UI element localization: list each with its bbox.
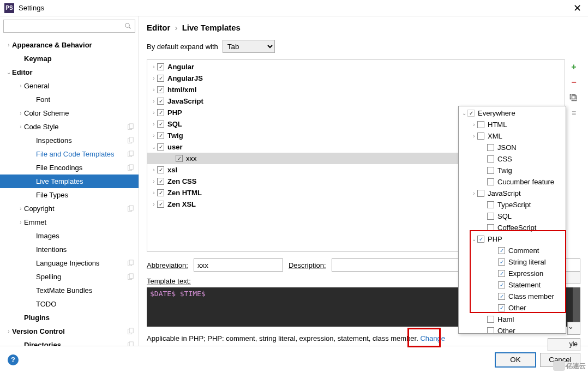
context-twig[interactable]: Twig (459, 165, 566, 176)
tree-row-angular[interactable]: ›Angular (147, 61, 565, 73)
checkbox[interactable] (477, 236, 484, 243)
checkbox[interactable] (157, 178, 164, 185)
context-popup[interactable]: ⌄Everywhere›HTML›XMLJSONCSSTwigCucumber … (458, 106, 566, 334)
context-json[interactable]: JSON (459, 142, 566, 153)
context-comment[interactable]: Comment (459, 245, 566, 256)
checkbox[interactable] (157, 201, 164, 208)
abbr-input[interactable] (194, 258, 283, 272)
checkbox[interactable] (176, 155, 183, 162)
nav-item-keymap[interactable]: Keymap (0, 52, 139, 65)
context-php[interactable]: ⌄PHP (459, 233, 566, 245)
nav-item-intentions[interactable]: Intentions (0, 243, 139, 256)
checkbox[interactable] (157, 75, 164, 82)
copy-button[interactable]: ⿻ (568, 92, 579, 103)
checkbox[interactable] (487, 316, 494, 323)
editor-scrollbar[interactable] (573, 287, 580, 327)
nav-item-file-encodings[interactable]: File Encodings (0, 161, 139, 175)
tree-row-angularjs[interactable]: ›AngularJS (147, 73, 565, 84)
nav-item-directories[interactable]: Directories (0, 338, 139, 346)
checkbox[interactable] (487, 178, 494, 185)
checkbox[interactable] (477, 121, 484, 128)
remove-button[interactable]: − (568, 77, 579, 88)
tree-row-html-xml[interactable]: ›html/xml (147, 84, 565, 95)
context-class-member[interactable]: Class member (459, 291, 566, 302)
checkbox[interactable] (157, 189, 164, 196)
nav-item-code-style[interactable]: ›Code Style (0, 120, 139, 134)
nav-item-appearance-behavior[interactable]: ›Appearance & Behavior (0, 38, 139, 52)
checkbox[interactable] (157, 121, 164, 128)
nav-item-version-control[interactable]: ›Version Control (0, 324, 139, 338)
checkbox[interactable] (487, 155, 494, 163)
checkbox[interactable] (498, 258, 505, 266)
context-javascript[interactable]: ›JavaScript (459, 188, 566, 199)
nav-item-inspections[interactable]: Inspections (0, 134, 139, 147)
nav-item-file-types[interactable]: File Types (0, 188, 139, 202)
chevron-icon: › (151, 190, 157, 196)
checkbox[interactable] (498, 281, 505, 288)
search-input[interactable] (3, 20, 135, 33)
context-everywhere[interactable]: ⌄Everywhere (459, 107, 566, 119)
context-other[interactable]: Other (459, 302, 566, 314)
checkbox[interactable] (498, 293, 505, 300)
nav-item-spelling[interactable]: Spelling (0, 270, 139, 284)
checkbox[interactable] (487, 224, 494, 231)
nav-item-todo[interactable]: TODO (0, 297, 139, 311)
context-html[interactable]: ›HTML (459, 119, 566, 130)
checkbox[interactable] (157, 98, 164, 105)
ghost-dropdown[interactable]: ⌄ (567, 322, 580, 335)
checkbox[interactable] (477, 190, 484, 197)
nav-item-file-and-code-templates[interactable]: File and Code Templates (0, 147, 139, 161)
context-sql[interactable]: SQL (459, 210, 566, 222)
chevron-icon: ⌄ (471, 236, 477, 242)
checkbox[interactable] (157, 86, 164, 93)
checkbox[interactable] (487, 327, 494, 334)
context-other[interactable]: Other (459, 325, 566, 334)
context-css[interactable]: CSS (459, 153, 566, 165)
nav-item-plugins[interactable]: Plugins (0, 311, 139, 324)
context-haml[interactable]: Haml (459, 314, 566, 325)
context-coffeescript[interactable]: CoffeeScript (459, 222, 566, 233)
checkbox[interactable] (498, 304, 505, 311)
context-xml[interactable]: ›XML (459, 130, 566, 142)
tree-label: Twig (167, 131, 183, 140)
change-link[interactable]: Change (420, 334, 445, 342)
other-button[interactable]: ≡ (568, 107, 579, 118)
close-icon[interactable]: ✕ (571, 2, 584, 14)
nav-item-color-scheme[interactable]: ›Color Scheme (0, 106, 139, 120)
expand-select[interactable]: Tab (223, 40, 275, 53)
checkbox[interactable] (477, 133, 484, 140)
checkbox[interactable] (157, 109, 164, 116)
nav-item-emmet[interactable]: ›Emmet (0, 215, 139, 229)
checkbox[interactable] (157, 63, 164, 70)
nav-label: Version Control (12, 327, 127, 335)
context-cucumber-feature[interactable]: Cucumber feature (459, 176, 566, 188)
checkbox[interactable] (498, 247, 505, 254)
checkbox[interactable] (487, 213, 494, 220)
nav-item-images[interactable]: Images (0, 229, 139, 243)
nav-item-language-injections[interactable]: Language Injections (0, 256, 139, 270)
checkbox[interactable] (498, 270, 505, 277)
tree-label: PHP (167, 109, 182, 117)
checkbox[interactable] (157, 143, 164, 151)
context-expression[interactable]: Expression (459, 268, 566, 279)
context-statement[interactable]: Statement (459, 279, 566, 291)
context-string-literal[interactable]: String literal (459, 256, 566, 268)
help-icon[interactable]: ? (8, 354, 19, 365)
context-typescript[interactable]: TypeScript (459, 199, 566, 210)
tree-row-javascript[interactable]: ›JavaScript (147, 95, 565, 107)
nav-item-font[interactable]: Font (0, 93, 139, 106)
nav-item-general[interactable]: ›General (0, 79, 139, 93)
ok-button[interactable]: OK (495, 353, 536, 367)
add-button[interactable]: + (568, 62, 579, 73)
checkbox[interactable] (487, 201, 494, 208)
checkbox[interactable] (157, 132, 164, 139)
nav-item-live-templates[interactable]: Live Templates (0, 175, 139, 188)
tree-label: Zen CSS (167, 177, 196, 185)
nav-item-editor[interactable]: ⌄Editor (0, 65, 139, 79)
nav-item-textmate-bundles[interactable]: TextMate Bundles (0, 284, 139, 297)
checkbox[interactable] (487, 167, 494, 174)
checkbox[interactable] (467, 110, 475, 117)
checkbox[interactable] (157, 166, 164, 173)
checkbox[interactable] (487, 144, 494, 151)
nav-item-copyright[interactable]: ›Copyright (0, 202, 139, 215)
